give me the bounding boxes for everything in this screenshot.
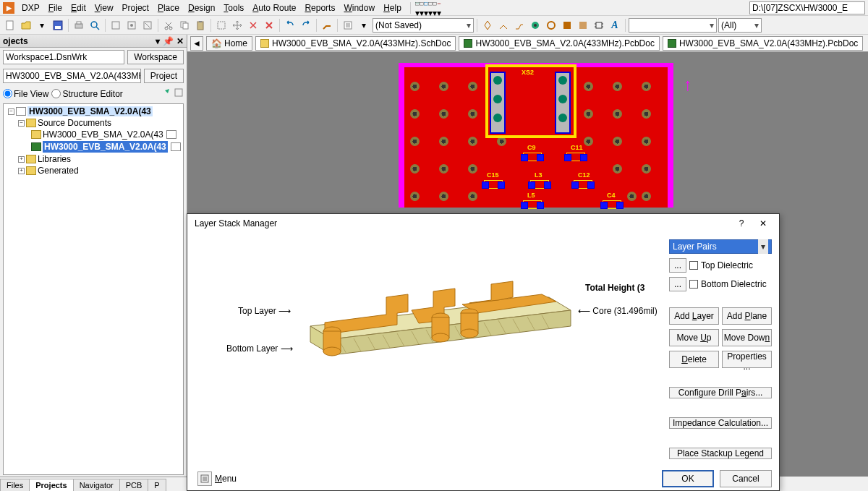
dialog-menu-button[interactable]: Menu <box>215 474 237 484</box>
menu-tool-6[interactable]: ▾ <box>437 0 441 18</box>
pcb-icon <box>668 39 676 48</box>
top-dielectric-browse[interactable]: ... <box>669 258 686 273</box>
tab-projects[interactable]: Projects <box>29 479 73 491</box>
workspace-button[interactable]: Workspace <box>127 50 184 64</box>
open-button[interactable] <box>19 18 33 33</box>
layer-combo[interactable] <box>629 18 717 33</box>
tb-via[interactable] <box>528 18 542 33</box>
print-button[interactable] <box>72 18 86 33</box>
tab-p[interactable]: P <box>148 479 166 491</box>
tab-navigator[interactable]: Navigator <box>73 479 120 491</box>
ok-button[interactable]: OK <box>662 470 714 487</box>
tree-libraries[interactable]: Libraries <box>38 154 71 164</box>
preview-button[interactable] <box>88 18 102 33</box>
tb-fill[interactable] <box>560 18 574 33</box>
browse-button[interactable] <box>341 18 355 33</box>
tab-pcbdoc-1[interactable]: HW3000_EVB_SMA_V2.0A(433MHz).PcbDoc <box>459 36 659 51</box>
home-tab[interactable]: 🏠Home <box>206 36 252 51</box>
label-bottom-layer: Bottom Layer ⟶ <box>226 343 293 354</box>
label-total-height: Total Height (3 <box>585 283 644 293</box>
tab-prev-button[interactable]: ◄ <box>190 36 203 51</box>
layer-pairs-select[interactable]: Layer Pairs▾ <box>669 239 772 254</box>
deselect-button[interactable] <box>246 18 260 33</box>
properties-button[interactable]: Properties ... <box>722 351 772 368</box>
menu-edit[interactable]: Edit <box>68 1 89 14</box>
tb-9[interactable] <box>140 18 155 33</box>
open-dropdown[interactable]: ▾ <box>35 18 49 33</box>
select-rect-button[interactable] <box>214 18 229 33</box>
menu-window[interactable]: Window <box>341 1 378 14</box>
panel-opt1-icon[interactable] <box>161 87 171 100</box>
menu-view[interactable]: View <box>92 1 116 14</box>
new-button[interactable] <box>3 18 17 33</box>
project-tree[interactable]: −HW3000_EVB_SMA_V2.0A(43 −Source Documen… <box>3 103 184 475</box>
tab-schdoc[interactable]: HW3000_EVB_SMA_V2.0A(433MHz).SchDoc <box>255 36 456 51</box>
move-down-button[interactable]: Move Down <box>722 329 772 346</box>
tab-pcbdoc-2[interactable]: HW3000_EVB_SMA_V2.0A(433MHz).PcbDoc <box>663 36 863 51</box>
cancel-button[interactable]: Cancel <box>720 470 772 487</box>
menu-tools[interactable]: Tools <box>221 1 247 14</box>
menu-design[interactable]: Design <box>185 1 218 14</box>
redo-button[interactable] <box>299 18 313 33</box>
add-plane-button[interactable]: Add Plane <box>722 307 772 325</box>
tb-8[interactable] <box>124 18 139 33</box>
bottom-dielectric-browse[interactable]: ... <box>669 277 686 291</box>
tb-string[interactable]: A <box>608 18 622 33</box>
structure-editor-radio[interactable]: Structure Editor <box>51 89 122 99</box>
tree-source-documents[interactable]: Source Documents <box>38 118 111 128</box>
tree-schdoc[interactable]: HW3000_EVB_SMA_V2.0A(43 <box>43 129 163 140</box>
home-icon: 🏠 <box>211 38 222 48</box>
file-view-radio[interactable]: File View <box>3 89 48 99</box>
project-button[interactable]: Project <box>144 69 184 83</box>
cut-button[interactable] <box>161 18 176 33</box>
clear-button[interactable] <box>262 18 276 33</box>
copy-button[interactable] <box>177 18 192 33</box>
workspace-combo[interactable]: Workspace1.DsnWrk <box>3 50 124 64</box>
menu-dxp[interactable]: DXP <box>19 1 43 14</box>
tb-route2[interactable] <box>496 18 511 33</box>
tree-generated[interactable]: Generated <box>38 166 79 176</box>
panel-opt2-icon[interactable] <box>174 87 184 100</box>
paste-button[interactable] <box>193 18 208 33</box>
tb-comp[interactable] <box>592 18 606 33</box>
menu-help[interactable]: Help <box>380 1 404 14</box>
svg-rect-3 <box>428 2 432 5</box>
panel-pin-icon[interactable]: 📌 <box>163 36 174 46</box>
browse-dropdown[interactable]: ▾ <box>357 18 371 33</box>
tab-pcb[interactable]: PCB <box>119 479 149 491</box>
tb-pad[interactable] <box>544 18 558 33</box>
panel-menu-icon[interactable]: ▾ <box>156 36 160 46</box>
menu-file[interactable]: File <box>46 1 65 14</box>
tb-7[interactable] <box>109 18 123 33</box>
add-layer-button[interactable]: Add Layer <box>669 307 719 325</box>
filter-combo[interactable]: (All) <box>718 18 762 33</box>
save-button[interactable] <box>51 18 65 33</box>
dialog-options-icon[interactable] <box>197 471 212 486</box>
configure-drill-button[interactable]: Configure Drill Pairs... <box>669 387 772 398</box>
menu-autoroute[interactable]: Auto Route <box>250 1 299 14</box>
tb-poly[interactable] <box>576 18 590 33</box>
menu-reports[interactable]: Reports <box>302 1 338 14</box>
menu-place[interactable]: Place <box>155 1 182 14</box>
panel-close-icon[interactable]: ✕ <box>176 36 184 46</box>
bottom-dielectric-checkbox[interactable] <box>689 280 698 289</box>
tree-pcbdoc[interactable]: HW3000_EVB_SMA_V2.0A(43 <box>43 141 168 153</box>
delete-button[interactable]: Delete <box>669 351 719 368</box>
tb-route1[interactable] <box>480 18 495 33</box>
tree-root[interactable]: HW3000_EVB_SMA_V2.0A(43 <box>27 106 153 116</box>
project-combo[interactable]: HW3000_EVB_SMA_V2.0A(433MHz <box>3 69 141 83</box>
menu-project[interactable]: Project <box>119 1 152 14</box>
tb-route3[interactable] <box>512 18 527 33</box>
tab-files[interactable]: Files <box>0 479 30 491</box>
top-dielectric-checkbox[interactable] <box>689 261 698 270</box>
place-legend-button[interactable]: Place Stackup Legend <box>669 448 772 459</box>
move-button[interactable] <box>230 18 244 33</box>
dialog-close-button[interactable]: ✕ <box>754 216 772 231</box>
undo-button[interactable] <box>283 18 297 33</box>
impedance-button[interactable]: Impedance Calculation... <box>669 417 772 429</box>
saved-filter-combo[interactable]: (Not Saved) <box>373 18 474 33</box>
svg-rect-19 <box>197 22 203 30</box>
move-up-button[interactable]: Move Up <box>669 329 719 346</box>
dialog-help-button[interactable]: ? <box>733 216 750 231</box>
place-track-button[interactable] <box>320 18 334 33</box>
